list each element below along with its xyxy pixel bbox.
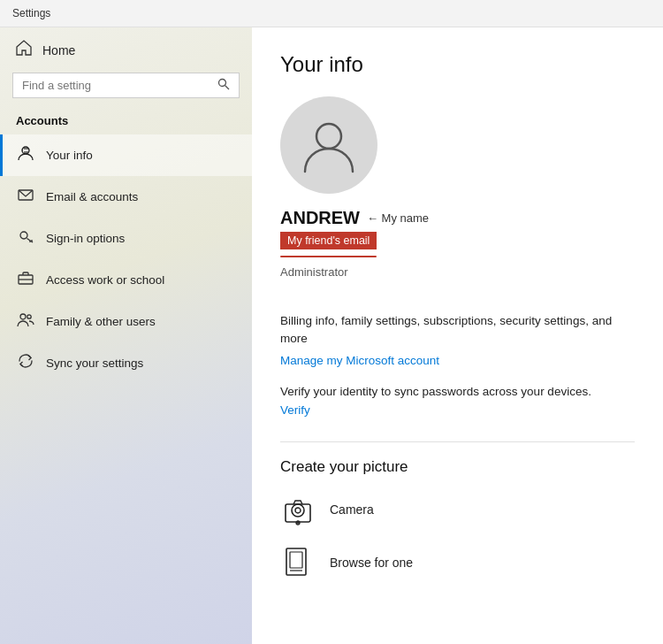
email-badge-container: My friend's email [280,232,377,254]
sidebar-item-sync[interactable]: Sync your settings [0,342,252,384]
key-icon [16,227,35,249]
sidebar-label-your-info: Your info [46,149,93,162]
sidebar-item-your-info[interactable]: Your info [0,134,252,176]
family-icon [16,310,35,333]
home-label: Home [42,43,75,58]
user-role: Administrator [280,265,348,279]
search-box[interactable] [12,73,240,98]
browse-option[interactable]: Browse for one [280,545,635,580]
sync-icon [16,352,35,374]
verify-link[interactable]: Verify [280,403,635,417]
svg-rect-23 [290,552,302,568]
svg-point-16 [292,504,304,517]
profile-section: ANDREW ← My name My friend's email Admin… [280,96,635,295]
search-icon-button[interactable] [217,78,230,93]
svg-point-15 [316,124,341,149]
browse-icon [280,545,316,580]
title-bar: Settings [0,0,663,27]
camera-label: Camera [330,502,374,517]
sidebar-label-family: Family & other users [46,315,156,328]
sidebar-label-email: Email & accounts [46,190,138,203]
svg-point-2 [22,147,29,154]
svg-point-7 [20,232,27,239]
svg-line-1 [225,86,229,89]
svg-point-0 [219,80,226,87]
user-name: ANDREW [280,208,360,228]
app-title: Settings [12,7,50,19]
sidebar-item-access-work[interactable]: Access work or school [0,259,252,301]
sidebar-item-email-accounts[interactable]: Email & accounts [0,176,252,218]
your-info-icon [16,144,35,166]
create-picture-title: Create your picture [280,458,635,476]
content-area: Your info ANDREW ← My name My friend's e… [252,27,663,644]
email-icon [16,186,35,208]
verify-text: Verify your identity to sync passwords a… [280,385,635,398]
camera-icon [280,492,316,527]
svg-point-17 [295,508,301,513]
sidebar-label-access-work: Access work or school [46,273,164,287]
svg-point-14 [27,315,31,318]
browse-label: Browse for one [330,556,413,570]
sidebar-item-home[interactable]: Home [0,27,252,73]
sidebar-item-family[interactable]: Family & other users [0,301,252,342]
home-icon [16,40,32,60]
page-title: Your info [280,52,635,77]
my-name-annotation: ← My name [367,211,429,225]
svg-point-13 [20,314,26,319]
user-name-row: ANDREW ← My name [280,208,429,228]
search-input[interactable] [22,79,217,92]
manage-account-link[interactable]: Manage my Microsoft account [280,354,635,367]
main-layout: Home Accounts [0,27,663,644]
briefcase-icon [16,269,35,291]
billing-info: Billing info, family settings, subscript… [280,312,635,349]
user-email-badge: My friend's email [280,232,377,249]
sidebar: Home Accounts [0,27,252,644]
sidebar-label-sync: Sync your settings [46,356,143,370]
sidebar-section-title: Accounts [0,109,252,134]
verify-section: Verify your identity to sync passwords a… [280,385,635,417]
divider [280,441,635,442]
camera-option[interactable]: Camera [280,492,635,527]
sidebar-label-signin: Sign-in options [46,232,125,245]
avatar [280,96,377,194]
sidebar-item-signin[interactable]: Sign-in options [0,218,252,259]
email-strikethrough [280,256,377,258]
